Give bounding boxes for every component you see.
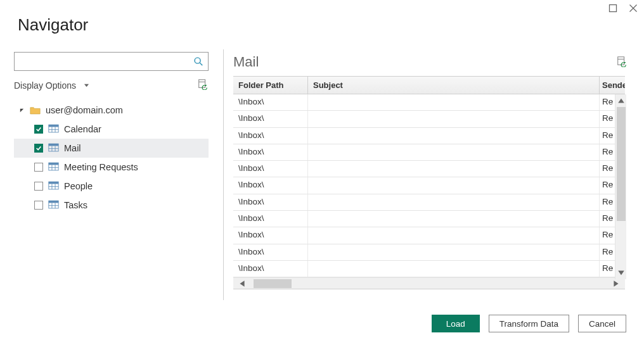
maximize-icon[interactable] <box>609 4 617 15</box>
tree-item-label: Meeting Requests <box>64 162 138 172</box>
col-header-subject[interactable]: Subject <box>308 77 600 94</box>
table-row[interactable]: \Inbox\Re <box>233 128 625 144</box>
right-panel: Mail Folder Path Subject Sende \Inbox\Re… <box>233 52 628 289</box>
transform-data-button[interactable]: Transform Data <box>489 315 569 332</box>
cell-subject <box>308 194 600 210</box>
table-row[interactable]: \Inbox\Re <box>233 261 625 277</box>
cell-folder: \Inbox\ <box>233 144 308 160</box>
panel-divider <box>223 49 224 300</box>
tree-item-label: Tasks <box>64 200 87 210</box>
tree-checkbox[interactable] <box>34 163 43 172</box>
table-row[interactable]: \Inbox\Re <box>233 244 625 261</box>
horizontal-scrollbar[interactable] <box>233 277 625 289</box>
table-row[interactable]: \Inbox\Re <box>233 227 625 244</box>
preview-title: Mail <box>233 54 259 70</box>
tree-root[interactable]: user@domain.com <box>14 101 209 120</box>
cell-subject <box>308 128 600 144</box>
cell-folder: \Inbox\ <box>233 111 308 127</box>
svg-rect-0 <box>610 5 617 12</box>
scroll-up-icon[interactable] <box>617 97 625 104</box>
svg-rect-30 <box>49 201 58 203</box>
cell-subject <box>308 111 600 127</box>
table-row[interactable]: \Inbox\Re <box>233 94 625 111</box>
table-icon <box>48 181 59 192</box>
cell-folder: \Inbox\ <box>233 177 308 193</box>
scroll-right-icon[interactable] <box>612 280 620 287</box>
refresh-preview-icon[interactable] <box>616 56 628 69</box>
col-header-sender[interactable]: Sende <box>600 77 625 94</box>
nav-tree: user@domain.com CalendarMailMeeting Requ… <box>14 101 209 215</box>
cell-subject <box>308 211 600 227</box>
cell-folder: \Inbox\ <box>233 128 308 144</box>
cell-folder: \Inbox\ <box>233 194 308 210</box>
table-row[interactable]: \Inbox\Re <box>233 111 625 127</box>
tree-item-calendar[interactable]: Calendar <box>14 120 209 139</box>
table-icon <box>48 143 59 154</box>
cell-folder: \Inbox\ <box>233 161 308 177</box>
cell-folder: \Inbox\ <box>233 211 308 227</box>
table-row[interactable]: \Inbox\Re <box>233 144 625 161</box>
search-box[interactable] <box>14 52 209 71</box>
svg-point-3 <box>195 58 200 63</box>
tree-item-label: Calendar <box>64 124 101 134</box>
vscroll-thumb[interactable] <box>617 107 626 221</box>
cell-subject <box>308 244 600 260</box>
cell-subject <box>308 177 600 193</box>
vertical-scrollbar[interactable] <box>615 94 626 279</box>
cell-folder: \Inbox\ <box>233 244 308 260</box>
tree-item-people[interactable]: People <box>14 177 209 196</box>
svg-rect-10 <box>49 125 58 127</box>
tree-item-mail[interactable]: Mail <box>14 139 209 158</box>
tree-checkbox[interactable] <box>34 201 43 210</box>
col-header-folder[interactable]: Folder Path <box>233 77 308 94</box>
svg-marker-5 <box>84 84 89 87</box>
svg-marker-39 <box>614 280 618 287</box>
page-title: Navigator <box>18 15 88 35</box>
folder-icon <box>30 106 41 115</box>
display-options-label: Display Options <box>14 80 76 91</box>
svg-rect-15 <box>49 144 58 146</box>
svg-rect-6 <box>199 80 205 88</box>
tree-checkbox[interactable] <box>34 125 43 134</box>
cell-subject <box>308 261 600 277</box>
tree-item-tasks[interactable]: Tasks <box>14 196 209 215</box>
svg-marker-36 <box>618 98 624 103</box>
scroll-left-icon[interactable] <box>238 280 246 287</box>
table-icon <box>48 162 59 173</box>
cell-folder: \Inbox\ <box>233 94 308 110</box>
table-row[interactable]: \Inbox\Re <box>233 177 625 194</box>
tree-item-label: People <box>64 181 93 191</box>
cancel-button[interactable]: Cancel <box>578 315 626 332</box>
search-input[interactable] <box>18 56 193 67</box>
svg-rect-34 <box>618 56 624 65</box>
cell-subject <box>308 94 600 110</box>
svg-rect-20 <box>49 163 58 165</box>
display-options-dropdown[interactable]: Display Options <box>14 80 89 91</box>
dialog-footer: Load Transform Data Cancel <box>432 315 626 332</box>
preview-grid: Folder Path Subject Sende \Inbox\Re\Inbo… <box>233 76 625 289</box>
scroll-down-icon[interactable] <box>617 269 625 277</box>
svg-line-4 <box>200 63 202 65</box>
table-row[interactable]: \Inbox\Re <box>233 194 625 211</box>
hscroll-thumb[interactable] <box>254 279 292 288</box>
load-button[interactable]: Load <box>432 315 480 332</box>
tree-checkbox[interactable] <box>34 182 43 191</box>
left-panel: Display Options user@domain.com Calendar… <box>14 52 217 215</box>
svg-marker-8 <box>20 108 23 111</box>
cell-subject <box>308 144 600 160</box>
cell-subject <box>308 227 600 243</box>
table-icon <box>48 200 59 211</box>
table-row[interactable]: \Inbox\Re <box>233 211 625 227</box>
refresh-icon[interactable] <box>197 79 209 92</box>
cell-folder: \Inbox\ <box>233 261 308 277</box>
table-row[interactable]: \Inbox\Re <box>233 161 625 177</box>
tree-item-label: Mail <box>64 143 81 153</box>
tree-item-meeting-requests[interactable]: Meeting Requests <box>14 158 209 177</box>
svg-marker-37 <box>618 270 624 275</box>
grid-header: Folder Path Subject Sende <box>233 77 625 94</box>
tree-checkbox[interactable] <box>34 144 43 153</box>
chevron-down-icon <box>84 82 89 88</box>
expander-icon[interactable] <box>19 108 25 113</box>
close-icon[interactable] <box>629 4 638 15</box>
search-icon[interactable] <box>193 56 204 67</box>
